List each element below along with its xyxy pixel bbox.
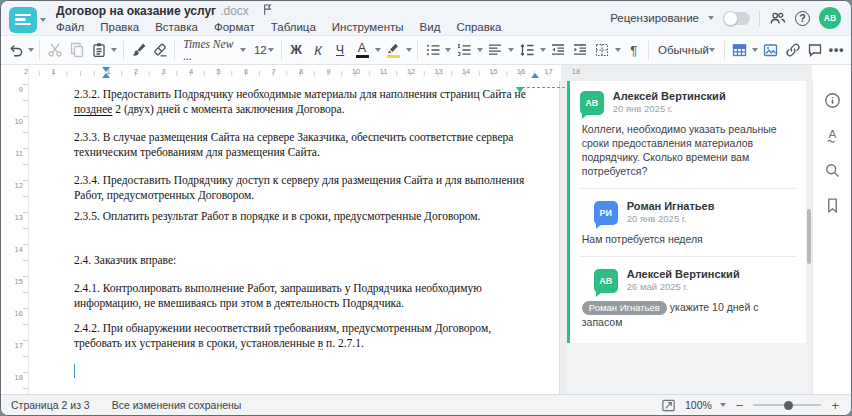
comment-divider [580,256,796,257]
insert-table-caret-icon[interactable] [751,38,759,62]
comment-0[interactable]: АВАлексей Вертинский20 янв 2025 г.Коллег… [570,83,806,184]
numbered-list-caret-icon[interactable] [476,38,484,62]
menu-item-0[interactable]: Файл [56,21,84,33]
scrollbar-thumb[interactable] [807,209,811,264]
ruler-number: 11 [15,149,23,158]
menu-item-7[interactable]: Справка [456,21,501,33]
increase-indent-button[interactable] [570,38,591,62]
ruler-number: 9 [19,85,23,94]
info-icon[interactable] [821,89,843,111]
font-family-select[interactable]: Times New ... [179,39,250,61]
font-color-button[interactable]: А [352,38,373,62]
document-page[interactable]: 2.3.2. Предоставить Подрядчику необходим… [29,81,560,394]
ruler-number: 15 [489,67,497,76]
bullet-list-button[interactable] [422,38,443,62]
zoom-out-button[interactable]: − [734,399,746,412]
font-color-caret-icon[interactable] [374,38,382,62]
paragraph-borders-button[interactable] [592,38,613,62]
cut-button[interactable] [44,38,65,62]
highlight-caret-icon[interactable] [405,38,413,62]
comment-avatar: АВ [580,91,604,115]
user-avatar[interactable]: АВ [819,7,841,29]
vertical-ruler[interactable]: 9101112131415161718 [1,81,29,394]
menu-item-3[interactable]: Формат [214,21,255,33]
menu-item-1[interactable]: Правка [100,21,139,33]
menu-item-6[interactable]: Вид [420,21,441,33]
paste-button[interactable] [88,38,109,62]
doc-paragraph-2: 2.3.4. Предоставить Подрядчику доступ к … [74,173,529,203]
paste-caret-icon[interactable] [110,38,118,62]
right-sidebar: А [812,81,851,394]
zoom-slider[interactable] [753,404,821,406]
comment-1[interactable]: РИРоман Игнатьев20 янв 2025 г.Нам потреб… [570,193,806,252]
ruler-number: 9 [326,67,330,76]
line-spacing-caret-icon[interactable] [538,38,546,62]
text-cursor [74,364,76,378]
vertical-scrollbar[interactable] [806,81,812,394]
paragraph-borders-caret-icon[interactable] [614,38,622,62]
app-logo-icon[interactable] [9,7,37,33]
numbered-list-button[interactable] [454,38,475,62]
comment-text: Коллеги, необходимо указать реальные сро… [580,122,796,180]
fit-width-icon[interactable] [661,397,677,413]
header: Договор на оказание услуг .docx ФайлПрав… [1,1,851,35]
comment-date: 20 янв 2025 г. [627,213,715,225]
review-mode-label[interactable]: Рецензирование [610,12,699,24]
spellcheck-icon[interactable]: А [821,124,843,146]
copy-button[interactable] [66,38,87,62]
ruler-number: 16 [517,67,525,76]
commented-text[interactable]: позднее [74,103,112,115]
nonprinting-chars-button[interactable]: ¶ [623,38,644,62]
ruler-number: 1 [106,67,110,76]
align-button[interactable] [485,38,506,62]
collaboration-users-icon[interactable] [769,10,786,26]
comment-date: 26 май 2025 г. [627,281,740,293]
ruler-number: 10 [15,117,23,126]
more-tools-button[interactable]: ••• [826,38,847,62]
review-caret-icon[interactable] [708,16,714,20]
page-gutter [560,81,567,394]
zoom-slider-handle[interactable] [784,401,793,410]
underline-button[interactable]: Ч [330,38,351,62]
comment-author: Роман Игнатьев [627,200,715,213]
ruler-number: 16 [15,309,23,318]
ruler-number: 1 [51,67,55,76]
menu-item-5[interactable]: Инструменты [332,21,404,33]
clear-style-eraser-button[interactable] [149,38,170,62]
comment-2[interactable]: АВАлексей Вертинский26 май 2025 г.Роман … [570,261,806,335]
comment-thread[interactable]: АВАлексей Вертинский20 янв 2025 г.Коллег… [567,81,806,343]
bold-button[interactable]: Ж [286,38,307,62]
review-toggle[interactable] [723,12,750,25]
ruler-number: 8 [299,67,303,76]
doc-paragraph-6: 2.4.2. При обнаружении несоответствий тр… [74,321,529,351]
font-size-select[interactable]: 12 [251,39,277,61]
horizontal-ruler[interactable]: 21123456789101112131415161718 [29,65,561,81]
paragraph-style-value: Обычный [658,44,709,56]
insert-comment-button[interactable] [804,38,825,62]
comment-text: Роман Игнатьев укажите 10 дней с запасом [580,300,796,331]
help-icon[interactable]: ? [795,11,810,26]
line-spacing-button[interactable] [516,38,537,62]
zoom-caret-icon[interactable] [720,403,726,407]
menu-item-2[interactable]: Вставка [155,21,198,33]
bookmark-icon[interactable] [821,194,843,216]
zoom-level[interactable]: 100% [685,399,712,411]
insert-table-button[interactable] [729,38,750,62]
align-caret-icon[interactable] [507,38,515,62]
insert-image-button[interactable] [760,38,781,62]
insert-link-button[interactable] [782,38,803,62]
undo-caret-icon[interactable] [27,38,35,62]
zoom-in-button[interactable]: + [829,399,841,412]
bullet-list-caret-icon[interactable] [444,38,452,62]
highlight-color-button[interactable] [383,38,404,62]
format-painter-button[interactable] [127,38,148,62]
menu-item-4[interactable]: Таблица [271,21,316,33]
paragraph-style-select[interactable]: Обычный [653,39,720,61]
decrease-indent-button[interactable] [548,38,569,62]
logo-caret-icon[interactable] [40,18,46,22]
italic-button[interactable]: К [308,38,329,62]
right-indent-marker[interactable] [531,73,539,78]
search-icon[interactable] [821,159,843,181]
comment-text: Нам потребуется неделя [580,232,796,248]
undo-button[interactable] [5,38,26,62]
